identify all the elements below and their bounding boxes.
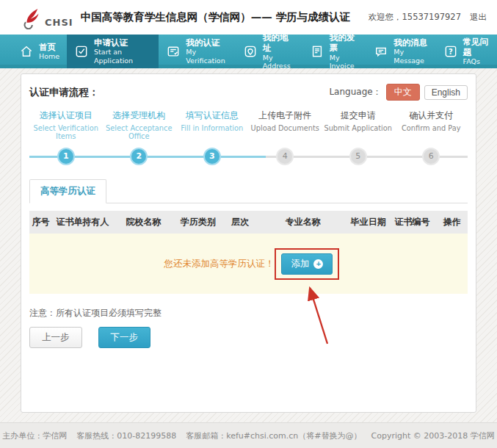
next-step-button[interactable]: 下一步 [98,327,151,348]
site-title: 中国高等教育学生信息网（学信网）—— 学历与成绩认证 [81,10,351,24]
tab-bar: 高等学历认证 [29,179,468,203]
previous-step-button[interactable]: 上一步 [29,327,82,348]
step-label: 确认并支付 [395,109,468,122]
step-circle-3: 3 [203,148,221,165]
step-label: 选择受理机构 [103,109,176,122]
nav-item-my-invoice[interactable]: 我的发票My Invoice [302,35,367,68]
nav-item-home[interactable]: 首页Home [12,35,67,68]
step-circle-5: 5 [349,148,367,165]
note-text: 注意：所有认证项目必须填写完整 [29,307,468,319]
col-层次: 层次 [222,211,258,234]
welcome-text: 欢迎您，15537197927 [369,12,461,23]
step-label: 选择认证项目 [29,109,103,122]
col-院校名称: 院校名称 [113,211,174,234]
page-footer: 主办单位：学信网 客服热线：010-82199588 客服邮箱：kefu#chs… [0,422,497,448]
nav-item-my-verification[interactable]: 我的认证My Verification [159,35,235,68]
message-icon [374,44,388,59]
col-毕业日期: 毕业日期 [349,211,388,234]
top-header: CHSI 中国高等教育学生信息网（学信网）—— 学历与成绩认证 欢迎您，1553… [0,0,497,35]
verification-items-table: 序号 证书单持有人 院校名称 学历类别 层次 专业名称 毕业日期 证书编号 操作… [29,211,468,294]
faq-icon: ? [443,44,458,59]
progress-steps: 选择认证项目Select Verification Items 选择受理机构Se… [29,109,468,167]
footer-copyright: Copyright © 2003-2018 学信网 [371,430,495,441]
footer-sponsor: 主办单位：学信网 [2,430,67,441]
language-en-button[interactable]: English [424,85,468,100]
logout-link[interactable]: 退出 [470,12,487,23]
step-label: 提交申请 [322,109,395,122]
chsi-logo-text: CHSI [45,17,73,28]
nav-item-faqs[interactable]: ? 常见问题FAQs [436,35,497,68]
chsi-logo: CHSI [21,6,73,29]
step-circle-2: 2 [130,148,148,165]
col-操作: 操作 [436,211,468,234]
tab-higher-education-verification[interactable]: 高等学历认证 [29,179,106,203]
step-circle-4: 4 [276,148,294,165]
empty-state-text: 您还未添加高等学历认证！ [164,258,275,269]
nav-item-my-message[interactable]: 我的消息My Message [366,35,435,68]
flow-title: 认证申请流程： [29,86,99,99]
verification-icon [166,44,181,59]
footer-hotline: 客服热线：010-82199588 [76,430,176,441]
step-label: 填写认证信息 [175,109,249,122]
col-序号: 序号 [29,211,52,234]
chsi-bird-icon [21,6,43,29]
step-label: 上传电子附件 [249,109,322,122]
language-label: Language： [329,86,381,98]
application-flow-card: 认证申请流程： Language： 中文 English 选择认证项目Selec… [21,73,476,413]
main-nav: 首页Home 申请认证Start an Application 我的认证My V… [0,35,497,68]
table-header-row: 序号 证书单持有人 院校名称 学历类别 层次 专业名称 毕业日期 证书编号 操作 [29,211,468,234]
language-zh-button[interactable]: 中文 [386,84,420,101]
col-证书编号: 证书编号 [388,211,437,234]
empty-state-row: 您还未添加高等学历认证！ 添加 + [29,234,468,294]
col-专业名称: 专业名称 [258,211,349,234]
col-学历类别: 学历类别 [174,211,222,234]
application-icon [74,44,89,59]
col-证书单持有人: 证书单持有人 [52,211,113,234]
home-icon [19,44,34,59]
step-circle-1: 1 [57,148,75,165]
step-circle-6: 6 [422,148,440,165]
address-icon [243,44,258,59]
nav-item-start-application[interactable]: 申请认证Start an Application [67,35,159,68]
footer-email: 客服邮箱：kefu#chsi.com.cn（将#替换为@） [186,430,361,441]
add-button[interactable]: 添加 + [281,253,333,275]
plus-circle-icon: + [313,259,323,269]
svg-text:?: ? [449,48,453,56]
nav-item-my-address[interactable]: 我的地址My Address [236,35,302,68]
invoice-icon [310,44,324,59]
